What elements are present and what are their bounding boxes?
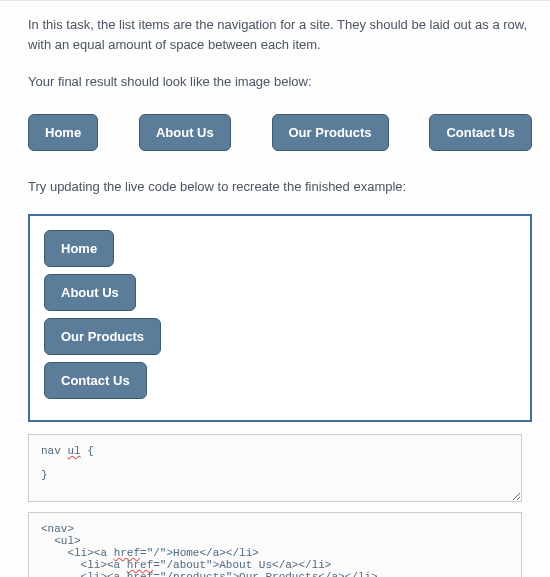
live-output-frame: Home About Us Our Products Contact Us bbox=[28, 214, 532, 422]
html-editor[interactable]: <nav> <ul> <li><a href="/">Home</a></li>… bbox=[28, 512, 522, 577]
live-nav-contact[interactable]: Contact Us bbox=[44, 362, 147, 399]
task-description-2: Your final result should look like the i… bbox=[28, 72, 532, 92]
task-description-1: In this task, the list items are the nav… bbox=[28, 15, 532, 54]
live-nav-home[interactable]: Home bbox=[44, 230, 114, 267]
try-updating-text: Try updating the live code below to recr… bbox=[28, 177, 532, 197]
expected-result-row: Home About Us Our Products Contact Us bbox=[28, 114, 532, 151]
nav-pill-products: Our Products bbox=[272, 114, 389, 151]
nav-pill-contact: Contact Us bbox=[429, 114, 532, 151]
nav-pill-home: Home bbox=[28, 114, 98, 151]
live-nav-products[interactable]: Our Products bbox=[44, 318, 161, 355]
live-nav-about[interactable]: About Us bbox=[44, 274, 136, 311]
css-editor[interactable]: nav ul { } bbox=[28, 434, 522, 502]
nav-pill-about: About Us bbox=[139, 114, 231, 151]
